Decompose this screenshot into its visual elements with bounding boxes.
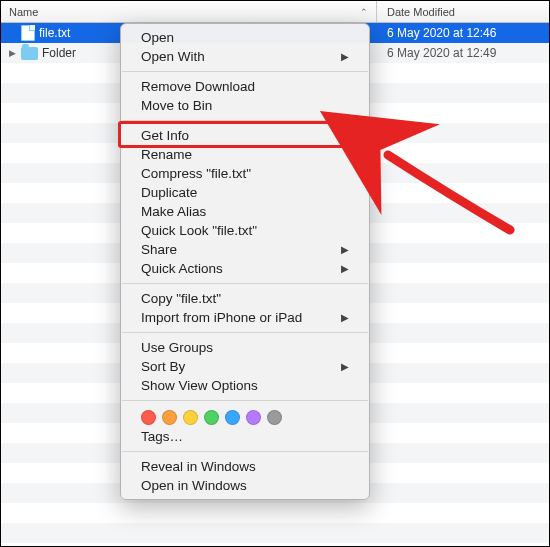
column-name[interactable]: Name ⌃ bbox=[1, 1, 377, 22]
column-name-label: Name bbox=[9, 6, 38, 18]
empty-row bbox=[1, 523, 549, 543]
menu-rename[interactable]: Rename bbox=[121, 145, 369, 164]
menu-label: Show View Options bbox=[141, 378, 258, 393]
menu-copy[interactable]: Copy "file.txt" bbox=[121, 289, 369, 308]
menu-use-groups[interactable]: Use Groups bbox=[121, 338, 369, 357]
menu-separator bbox=[122, 71, 368, 72]
menu-label: Open bbox=[141, 30, 174, 45]
menu-tags-colors bbox=[121, 406, 369, 427]
tag-color-dot[interactable] bbox=[225, 410, 240, 425]
file-name: file.txt bbox=[39, 26, 70, 40]
menu-separator bbox=[122, 400, 368, 401]
menu-import[interactable]: Import from iPhone or iPad▶ bbox=[121, 308, 369, 327]
menu-label: Compress "file.txt" bbox=[141, 166, 251, 181]
sort-caret-icon: ⌃ bbox=[360, 7, 368, 17]
tag-color-dot[interactable] bbox=[204, 410, 219, 425]
submenu-arrow-icon: ▶ bbox=[341, 51, 349, 62]
folder-name: Folder bbox=[42, 46, 76, 60]
menu-separator bbox=[122, 120, 368, 121]
tag-color-dot[interactable] bbox=[267, 410, 282, 425]
column-header: Name ⌃ Date Modified bbox=[1, 1, 549, 23]
tag-color-dot[interactable] bbox=[246, 410, 261, 425]
menu-label: Duplicate bbox=[141, 185, 197, 200]
tag-color-dot[interactable] bbox=[162, 410, 177, 425]
file-date: 6 May 2020 at 12:46 bbox=[377, 26, 549, 40]
menu-label: Sort By bbox=[141, 359, 185, 374]
menu-open[interactable]: Open bbox=[121, 28, 369, 47]
menu-move-to-bin[interactable]: Move to Bin bbox=[121, 96, 369, 115]
menu-label: Import from iPhone or iPad bbox=[141, 310, 302, 325]
submenu-arrow-icon: ▶ bbox=[341, 312, 349, 323]
column-date-label: Date Modified bbox=[387, 6, 455, 18]
menu-open-in-windows[interactable]: Open in Windows bbox=[121, 476, 369, 495]
file-icon bbox=[21, 25, 35, 41]
menu-quick-look[interactable]: Quick Look "file.txt" bbox=[121, 221, 369, 240]
menu-label: Quick Actions bbox=[141, 261, 223, 276]
menu-show-view-options[interactable]: Show View Options bbox=[121, 376, 369, 395]
submenu-arrow-icon: ▶ bbox=[341, 263, 349, 274]
column-date-modified[interactable]: Date Modified bbox=[377, 1, 549, 22]
menu-label: Remove Download bbox=[141, 79, 255, 94]
empty-row bbox=[1, 503, 549, 523]
menu-label: Share bbox=[141, 242, 177, 257]
menu-sort-by[interactable]: Sort By▶ bbox=[121, 357, 369, 376]
menu-remove-download[interactable]: Remove Download bbox=[121, 77, 369, 96]
menu-quick-actions[interactable]: Quick Actions▶ bbox=[121, 259, 369, 278]
menu-label: Move to Bin bbox=[141, 98, 212, 113]
menu-get-info[interactable]: Get Info bbox=[121, 126, 369, 145]
tag-color-dot[interactable] bbox=[183, 410, 198, 425]
folder-icon bbox=[21, 47, 38, 60]
tag-color-dot[interactable] bbox=[141, 410, 156, 425]
menu-label: Open With bbox=[141, 49, 205, 64]
menu-label: Tags… bbox=[141, 429, 183, 444]
submenu-arrow-icon: ▶ bbox=[341, 361, 349, 372]
menu-open-with[interactable]: Open With▶ bbox=[121, 47, 369, 66]
menu-label: Make Alias bbox=[141, 204, 206, 219]
menu-label: Reveal in Windows bbox=[141, 459, 256, 474]
menu-share[interactable]: Share▶ bbox=[121, 240, 369, 259]
submenu-arrow-icon: ▶ bbox=[341, 244, 349, 255]
menu-make-alias[interactable]: Make Alias bbox=[121, 202, 369, 221]
menu-reveal-in-windows[interactable]: Reveal in Windows bbox=[121, 457, 369, 476]
menu-label: Use Groups bbox=[141, 340, 213, 355]
disclosure-triangle-icon[interactable]: ▶ bbox=[7, 48, 17, 58]
folder-date: 6 May 2020 at 12:49 bbox=[377, 46, 549, 60]
menu-separator bbox=[122, 283, 368, 284]
menu-label: Quick Look "file.txt" bbox=[141, 223, 257, 238]
menu-separator bbox=[122, 451, 368, 452]
menu-label: Copy "file.txt" bbox=[141, 291, 221, 306]
menu-compress[interactable]: Compress "file.txt" bbox=[121, 164, 369, 183]
menu-separator bbox=[122, 332, 368, 333]
context-menu: Open Open With▶ Remove Download Move to … bbox=[120, 23, 370, 500]
menu-label: Rename bbox=[141, 147, 192, 162]
menu-label: Open in Windows bbox=[141, 478, 247, 493]
menu-label: Get Info bbox=[141, 128, 189, 143]
menu-tags[interactable]: Tags… bbox=[121, 427, 369, 446]
menu-duplicate[interactable]: Duplicate bbox=[121, 183, 369, 202]
